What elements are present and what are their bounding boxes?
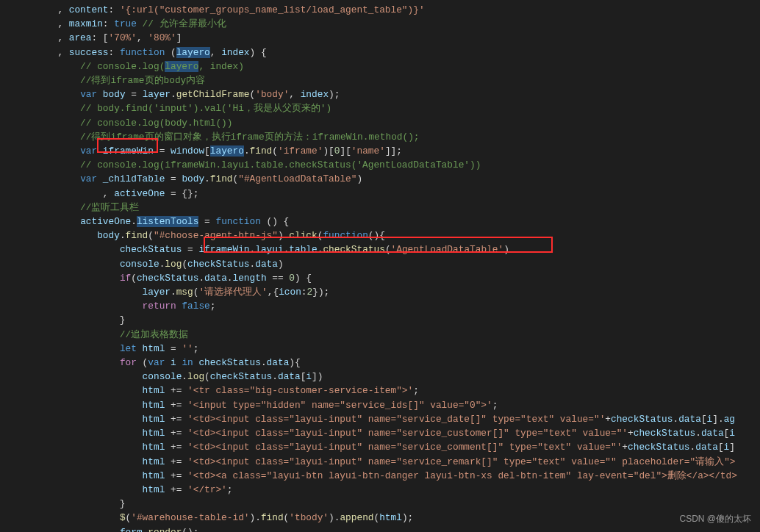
code-token: ,: [29, 32, 69, 43]
code-line[interactable]: , content: '{:url("customer_groups_name_…: [0, 3, 760, 17]
code-token: '请选择代理人': [198, 287, 267, 298]
code-token: : [: [91, 32, 108, 43]
code-line[interactable]: // body.find('input').val('Hi，我是从父页来的'): [0, 101, 760, 115]
code-token: activeOne: [114, 188, 165, 199]
code-line[interactable]: html += '<input type="hidden" name="serv…: [0, 398, 760, 412]
code-line[interactable]: // console.log(body.html()): [0, 116, 760, 130]
code-token: activeOne: [80, 216, 131, 227]
code-token: ).: [250, 512, 261, 523]
code-line[interactable]: html += '<td><input class="layui-input" …: [0, 455, 760, 469]
code-line[interactable]: , activeOne = {};: [0, 187, 760, 201]
code-token: .: [171, 89, 176, 100]
code-line[interactable]: var _childTable = body.find("#AgentLoadD…: [0, 172, 760, 186]
code-line[interactable]: return false;: [0, 299, 760, 313]
code-token: layero: [176, 47, 210, 58]
code-token: layer: [143, 89, 171, 100]
code-token: .: [131, 216, 137, 227]
code-line[interactable]: , area: ['70%', '80%']: [0, 31, 760, 45]
code-line[interactable]: layer.msg('请选择代理人',{icon:2});: [0, 285, 760, 299]
code-token: area: [69, 32, 92, 43]
code-token: "#AgentLoadDataTable": [238, 173, 356, 184]
code-token: length: [233, 273, 267, 284]
code-line[interactable]: }: [0, 313, 760, 327]
code-line[interactable]: // console.log(iframeWin.layui.table.che…: [0, 158, 760, 172]
code-token: ,: [29, 188, 114, 199]
code-token: .: [272, 371, 278, 382]
code-token: body: [182, 173, 204, 184]
code-line[interactable]: console.log(checkStatus.data[i]): [0, 370, 760, 384]
code-line[interactable]: //得到iframe页的body内容: [0, 73, 760, 87]
code-token: ,: [29, 47, 69, 58]
code-token: .: [204, 173, 210, 184]
code-token: [29, 400, 143, 411]
code-token: [: [718, 442, 724, 453]
code-token: (: [137, 357, 148, 368]
code-token: layero: [210, 145, 244, 157]
code-token: for: [120, 357, 137, 368]
code-token: =: [182, 244, 198, 255]
code-token: ) {: [250, 47, 267, 58]
code-line[interactable]: html += '<tr class="big-customer-service…: [0, 384, 760, 398]
code-line[interactable]: , success: function (layero, index) {: [0, 46, 760, 60]
code-token: function: [215, 216, 260, 227]
code-line[interactable]: for (var i in checkStatus.data){: [0, 356, 760, 370]
code-token: // console.log(: [29, 61, 165, 72]
code-line[interactable]: }: [0, 497, 760, 511]
code-token: log: [187, 371, 204, 382]
code-line[interactable]: html += '<td><a class="layui-btn layui-b…: [0, 469, 760, 483]
code-token: ]: [729, 442, 735, 453]
code-token: checkStatus: [120, 244, 182, 255]
code-editor[interactable]: , content: '{:url("customer_groups_name_…: [0, 0, 760, 532]
code-line[interactable]: form.render();: [0, 525, 760, 532]
code-line[interactable]: html += '</tr>';: [0, 483, 760, 497]
code-token: '<td><input class="layui-input" name="se…: [187, 456, 736, 467]
code-line[interactable]: var body = layer.getChildFrame('body', i…: [0, 87, 760, 101]
code-token: let: [120, 343, 137, 354]
code-token: [29, 89, 80, 100]
code-token: 'body': [255, 89, 289, 100]
code-line[interactable]: if(checkStatus.data.length == 0) {: [0, 271, 760, 285]
code-line[interactable]: // console.log(layero, index): [0, 60, 760, 73]
code-token: append: [340, 512, 373, 523]
code-line[interactable]: html += '<td><input class="layui-input" …: [0, 412, 760, 426]
code-token: ]): [312, 371, 323, 382]
code-token: checkStatus: [628, 442, 689, 453]
code-token: ,: [29, 4, 69, 15]
code-token: ,: [137, 32, 148, 43]
code-line[interactable]: //监听工具栏: [0, 201, 760, 215]
code-token: )[: [323, 145, 334, 157]
code-line[interactable]: //追加表格数据: [0, 328, 760, 342]
code-token: [29, 230, 97, 241]
code-token: .: [261, 357, 267, 368]
code-token: (: [148, 230, 154, 241]
code-line[interactable]: let html = '';: [0, 342, 760, 356]
code-token: '': [182, 343, 193, 354]
code-token: html: [143, 442, 165, 453]
code-token: html: [143, 484, 165, 495]
code-token: +=: [165, 400, 187, 411]
code-line[interactable]: , maxmin: true // 允许全屏最小化: [0, 17, 760, 31]
code-token: [29, 173, 80, 184]
code-token: body: [97, 230, 120, 241]
code-line[interactable]: activeOne.listenTools = function () {: [0, 215, 760, 229]
code-token: data: [267, 357, 290, 368]
code-token: '<td><a class="layui-btn layui-btn-dange…: [187, 470, 737, 481]
code-token: console: [120, 259, 159, 270]
code-token: if: [120, 273, 131, 284]
code-token: [29, 273, 120, 284]
code-line[interactable]: $('#warehouse-table-id').find('tbody').a…: [0, 511, 760, 525]
code-token: .: [182, 371, 187, 382]
code-line[interactable]: console.log(checkStatus.data): [0, 257, 760, 271]
code-token: ;: [413, 385, 419, 396]
code-token: [29, 512, 120, 523]
code-token: [97, 173, 103, 184]
code-token: [29, 357, 120, 368]
code-token: [29, 244, 120, 255]
code-line[interactable]: html += '<td><input class="layui-input" …: [0, 440, 760, 454]
code-token: +=: [165, 484, 187, 495]
code-line[interactable]: html += '<td><input class="layui-input" …: [0, 426, 760, 440]
code-token: in: [182, 357, 193, 368]
code-token: data: [255, 259, 278, 270]
code-token: :: [109, 47, 120, 58]
code-token: .: [120, 230, 126, 241]
